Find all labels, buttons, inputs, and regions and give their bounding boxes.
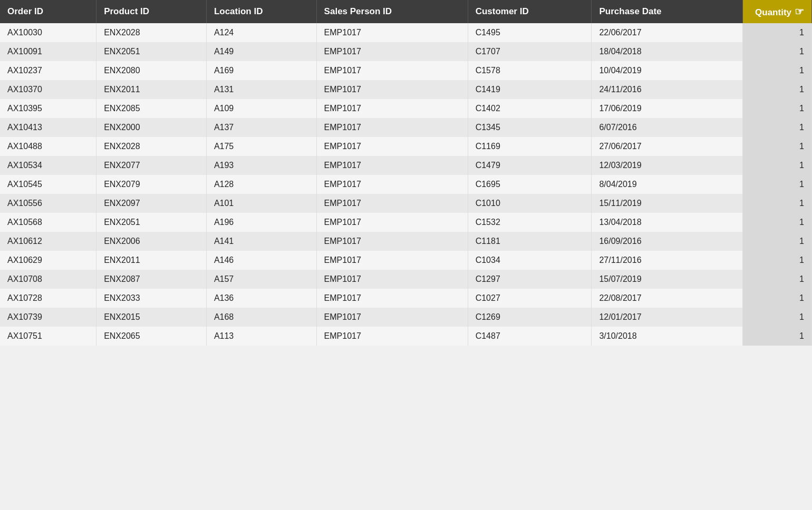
cell-customer_id: C1034 [468,251,592,270]
table-row[interactable]: AX10612ENX2006A141EMP1017C118116/09/2016… [0,232,812,251]
cell-location_id: A175 [206,137,316,156]
cell-sales_person_id: EMP1017 [316,213,468,232]
cell-location_id: A128 [206,175,316,194]
header-quantity[interactable]: Quantity☞ [743,0,812,23]
cell-order_id: AX10413 [0,118,96,137]
cell-order_id: AX10534 [0,156,96,175]
cell-order_id: AX10556 [0,194,96,213]
table-row[interactable]: AX10545ENX2079A128EMP1017C16958/04/20191 [0,175,812,194]
cell-location_id: A149 [206,42,316,61]
cell-sales_person_id: EMP1017 [316,137,468,156]
table-row[interactable]: AX10488ENX2028A175EMP1017C116927/06/2017… [0,137,812,156]
table-row[interactable]: AX10395ENX2085A109EMP1017C140217/06/2019… [0,99,812,118]
cell-location_id: A109 [206,99,316,118]
table-row[interactable]: AX10413ENX2000A137EMP1017C13456/07/20161 [0,118,812,137]
cell-location_id: A136 [206,289,316,308]
cell-quantity: 1 [743,289,812,308]
table-body: AX10030ENX2028A124EMP1017C149522/06/2017… [0,23,812,346]
cell-sales_person_id: EMP1017 [316,23,468,42]
table-row[interactable]: AX10030ENX2028A124EMP1017C149522/06/2017… [0,23,812,42]
cursor-icon: ☞ [795,6,804,17]
cell-product_id: ENX2033 [96,289,207,308]
cell-customer_id: C1269 [468,308,592,327]
cell-sales_person_id: EMP1017 [316,194,468,213]
quantity-label: Quantity [755,7,791,17]
cell-product_id: ENX2006 [96,232,207,251]
cell-location_id: A113 [206,327,316,346]
cell-customer_id: C1487 [468,327,592,346]
cell-location_id: A137 [206,118,316,137]
cell-quantity: 1 [743,156,812,175]
cell-quantity: 1 [743,270,812,289]
table-row[interactable]: AX10728ENX2033A136EMP1017C102722/08/2017… [0,289,812,308]
cell-product_id: ENX2085 [96,99,207,118]
cell-purchase_date: 15/07/2019 [592,270,743,289]
cell-order_id: AX10370 [0,80,96,99]
cell-purchase_date: 27/11/2016 [592,251,743,270]
table-row[interactable]: AX10629ENX2011A146EMP1017C103427/11/2016… [0,251,812,270]
cell-order_id: AX10030 [0,23,96,42]
cell-order_id: AX10395 [0,99,96,118]
cell-purchase_date: 22/08/2017 [592,289,743,308]
cell-quantity: 1 [743,23,812,42]
table-row[interactable]: AX10739ENX2015A168EMP1017C126912/01/2017… [0,308,812,327]
cell-sales_person_id: EMP1017 [316,156,468,175]
table-row[interactable]: AX10708ENX2087A157EMP1017C129715/07/2019… [0,270,812,289]
cell-order_id: AX10629 [0,251,96,270]
cell-order_id: AX10708 [0,270,96,289]
cell-order_id: AX10739 [0,308,96,327]
cell-location_id: A101 [206,194,316,213]
cell-product_id: ENX2097 [96,194,207,213]
header-customer-id[interactable]: Customer ID [468,0,592,23]
header-purchase-date[interactable]: Purchase Date [592,0,743,23]
cell-sales_person_id: EMP1017 [316,308,468,327]
cell-purchase_date: 15/11/2019 [592,194,743,213]
cell-customer_id: C1419 [468,80,592,99]
header-order-id[interactable]: Order ID [0,0,96,23]
cell-customer_id: C1010 [468,194,592,213]
cell-product_id: ENX2079 [96,175,207,194]
table-row[interactable]: AX10370ENX2011A131EMP1017C141924/11/2016… [0,80,812,99]
cell-quantity: 1 [743,80,812,99]
table-row[interactable]: AX10091ENX2051A149EMP1017C170718/04/2018… [0,42,812,61]
cell-customer_id: C1707 [468,42,592,61]
cell-order_id: AX10751 [0,327,96,346]
cell-product_id: ENX2077 [96,156,207,175]
cell-sales_person_id: EMP1017 [316,61,468,80]
table-row[interactable]: AX10556ENX2097A101EMP1017C101015/11/2019… [0,194,812,213]
header-product-id[interactable]: Product ID [96,0,207,23]
cell-customer_id: C1027 [468,289,592,308]
cell-sales_person_id: EMP1017 [316,42,468,61]
cell-order_id: AX10237 [0,61,96,80]
cell-location_id: A146 [206,251,316,270]
cell-quantity: 1 [743,42,812,61]
cell-sales_person_id: EMP1017 [316,270,468,289]
cell-sales_person_id: EMP1017 [316,251,468,270]
cell-customer_id: C1578 [468,61,592,80]
table-row[interactable]: AX10237ENX2080A169EMP1017C157810/04/2019… [0,61,812,80]
cell-purchase_date: 3/10/2018 [592,327,743,346]
table-row[interactable]: AX10568ENX2051A196EMP1017C153213/04/2018… [0,213,812,232]
cell-quantity: 1 [743,213,812,232]
cell-quantity: 1 [743,175,812,194]
cell-order_id: AX10091 [0,42,96,61]
table-row[interactable]: AX10534ENX2077A193EMP1017C147912/03/2019… [0,156,812,175]
cell-product_id: ENX2087 [96,270,207,289]
cell-sales_person_id: EMP1017 [316,175,468,194]
cell-location_id: A168 [206,308,316,327]
cell-product_id: ENX2065 [96,327,207,346]
cell-product_id: ENX2011 [96,80,207,99]
header-location-id[interactable]: Location ID [206,0,316,23]
cell-product_id: ENX2015 [96,308,207,327]
cell-order_id: AX10612 [0,232,96,251]
cell-quantity: 1 [743,308,812,327]
cell-quantity: 1 [743,99,812,118]
cell-customer_id: C1695 [468,175,592,194]
table-header-row: Order ID Product ID Location ID Sales Pe… [0,0,812,23]
cell-quantity: 1 [743,118,812,137]
header-sales-person-id[interactable]: Sales Person ID [316,0,468,23]
cell-customer_id: C1495 [468,23,592,42]
cell-customer_id: C1169 [468,137,592,156]
cell-sales_person_id: EMP1017 [316,118,468,137]
table-row[interactable]: AX10751ENX2065A113EMP1017C14873/10/20181 [0,327,812,346]
